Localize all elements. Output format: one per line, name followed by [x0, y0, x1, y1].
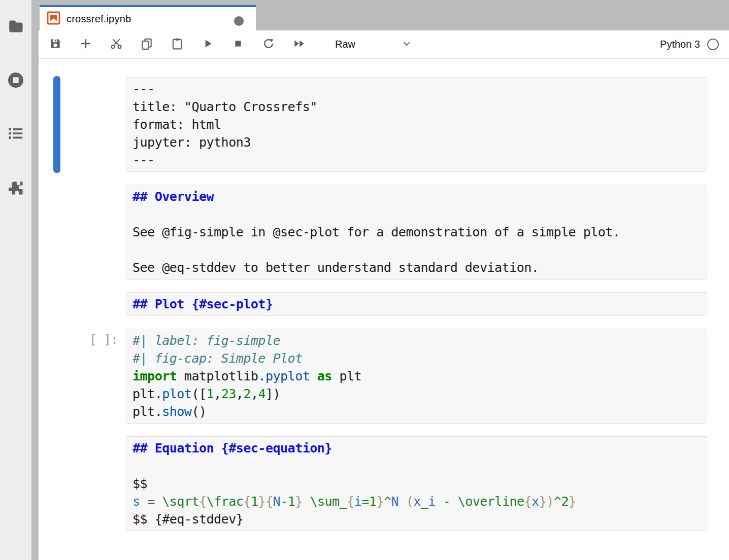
sidebar-item-file-browser[interactable]: [0, 15, 31, 38]
code-line: $$: [132, 475, 701, 493]
tab-crossref-ipynb[interactable]: crossref.ipynb: [40, 5, 256, 30]
tab-dirty-indicator[interactable]: [234, 16, 244, 26]
cell-type-selected: Raw: [335, 39, 355, 50]
kernel-status-icon: [707, 39, 719, 50]
cell-type-dropdown[interactable]: Raw: [334, 36, 413, 54]
code-line: plt.show(): [132, 403, 701, 421]
code-line: #| fig-cap: Simple Plot: [132, 349, 701, 367]
code-line: [132, 241, 701, 259]
activity-sidebar: [0, 0, 31, 560]
code-line: s = \sqrt{\frac{1}{N-1} \sum_{i=1}^N (x_…: [132, 493, 701, 510]
cell-markdown: ## Equation {#sec-equation} $$s = \sqrt{…: [126, 436, 707, 531]
code-line: title: "Quarto Crossrefs": [132, 98, 701, 116]
cell-editor[interactable]: #| label: fig-simple#| fig-cap: Simple P…: [126, 329, 707, 424]
restart-run-all-button[interactable]: [292, 38, 306, 51]
code-line: format: html: [132, 116, 701, 133]
code-line: jupyter: python3: [132, 133, 701, 151]
code-line: See @fig-simple in @sec-plot for a demon…: [132, 223, 701, 241]
dock-tab-bar: crossref.ipynb: [39, 0, 729, 30]
code-line: See @eq-stddev to better understand stan…: [132, 259, 701, 276]
run-icon: [201, 37, 214, 52]
folder-icon: [7, 17, 25, 36]
running-kernels-icon: [7, 71, 25, 89]
cell-markdown: ## Plot {#sec-plot}: [126, 292, 707, 316]
paste-button[interactable]: [171, 38, 184, 51]
cell-editor[interactable]: ---title: "Quarto Crossrefs"format: html…: [126, 77, 707, 172]
stop-icon: [231, 37, 245, 52]
cell-editor[interactable]: ## Equation {#sec-equation} $$s = \sqrt{…: [126, 436, 707, 531]
puzzle-icon: [7, 179, 25, 197]
notebook-toolbar: Raw Python 3: [39, 30, 729, 59]
cell-collapser[interactable]: [53, 76, 60, 173]
add-cell-icon: [79, 37, 92, 52]
paste-icon: [171, 37, 184, 52]
sidebar-item-running-kernels[interactable]: [0, 69, 31, 91]
cell-markdown: ## Overview See @fig-simple in @sec-plot…: [126, 185, 707, 279]
code-line: ## Overview: [132, 188, 701, 205]
kernel-name: Python 3: [660, 39, 700, 50]
code-line: [132, 457, 701, 475]
jupyterlab-window: crossref.ipynb: [0, 0, 729, 560]
sidebar-item-extension-manager[interactable]: [0, 177, 31, 199]
cell-raw: ---title: "Quarto Crossrefs"format: html…: [126, 77, 707, 172]
add-cell-button[interactable]: [79, 38, 92, 51]
chevron-down-icon: [402, 39, 412, 50]
code-line: import matplotlib.pyplot as plt: [132, 367, 701, 385]
code-line: #| label: fig-simple: [132, 332, 701, 349]
save-icon: [49, 37, 62, 52]
cut-icon: [110, 37, 123, 52]
sidebar-item-table-of-contents[interactable]: [0, 122, 31, 145]
code-line: ## Equation {#sec-equation}: [132, 439, 701, 457]
run-button[interactable]: [201, 38, 214, 51]
restart-button[interactable]: [262, 38, 275, 51]
restart-run-all-icon: [292, 37, 306, 52]
cell-editor[interactable]: ## Overview See @fig-simple in @sec-plot…: [126, 185, 707, 279]
execution-count-prompt: [ ]:: [47, 331, 118, 348]
code-line: [132, 205, 701, 223]
save-button[interactable]: [49, 38, 62, 51]
notebook-icon: [47, 11, 60, 27]
notebook-cells: ---title: "Quarto Crossrefs"format: html…: [39, 59, 729, 560]
cut-button[interactable]: [110, 38, 123, 51]
copy-button[interactable]: [140, 38, 153, 51]
stop-button[interactable]: [231, 38, 245, 51]
table-of-contents-icon: [7, 124, 25, 143]
kernel-indicator[interactable]: Python 3: [660, 39, 729, 50]
code-line: ## Plot {#sec-plot}: [132, 295, 701, 313]
code-line: ---: [132, 151, 701, 169]
tab-title: crossref.ipynb: [67, 13, 131, 25]
copy-icon: [140, 37, 153, 52]
code-line: ---: [132, 80, 701, 98]
restart-icon: [262, 37, 275, 52]
code-line: $$ {#eq-stddev}: [132, 510, 701, 528]
code-line: plt.plot([1,23,2,4]): [132, 385, 701, 403]
cell-code: [ ]:#| label: fig-simple#| fig-cap: Simp…: [126, 329, 707, 424]
cell-editor[interactable]: ## Plot {#sec-plot}: [126, 292, 707, 316]
